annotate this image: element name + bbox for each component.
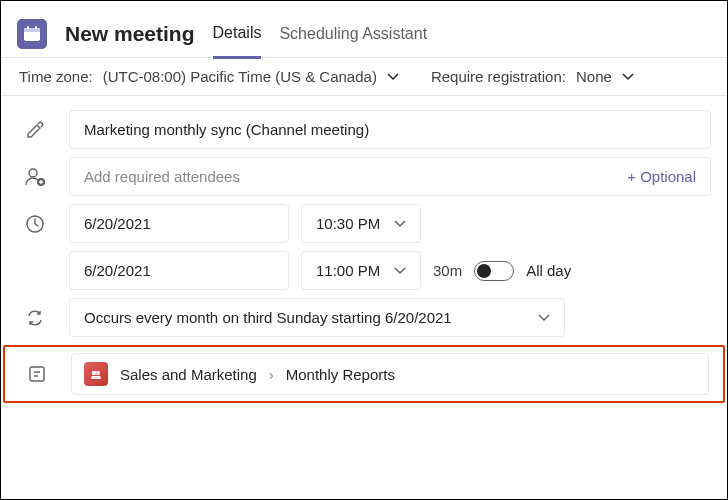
duration-label: 30m — [433, 262, 462, 279]
require-registration-value: None — [576, 68, 612, 85]
recurrence-value: Occurs every month on third Sunday start… — [84, 309, 452, 326]
svg-rect-2 — [27, 26, 29, 29]
channel-selector[interactable]: Sales and Marketing › Monthly Reports — [71, 353, 709, 395]
all-day-label: All day — [526, 262, 571, 279]
require-registration-label: Require registration: — [431, 68, 566, 85]
start-date-input[interactable]: 6/20/2021 — [69, 204, 289, 243]
svg-rect-10 — [91, 376, 101, 379]
add-person-icon — [17, 166, 53, 188]
channel-name: Monthly Reports — [286, 366, 395, 383]
svg-point-8 — [92, 371, 96, 375]
recurrence-icon — [17, 308, 53, 328]
meeting-title-input[interactable]: Marketing monthly sync (Channel meeting) — [69, 110, 711, 149]
end-date-input[interactable]: 6/20/2021 — [69, 251, 289, 290]
clock-icon — [17, 214, 53, 234]
team-avatar-icon — [84, 362, 108, 386]
attendees-placeholder: Add required attendees — [84, 168, 240, 185]
add-optional-link[interactable]: + Optional — [627, 168, 696, 185]
svg-rect-7 — [30, 367, 44, 381]
meeting-title-value: Marketing monthly sync (Channel meeting) — [84, 121, 369, 138]
chevron-down-icon — [387, 71, 399, 83]
svg-point-9 — [96, 371, 100, 375]
svg-point-4 — [29, 169, 37, 177]
team-name: Sales and Marketing — [120, 366, 257, 383]
end-time-value: 11:00 PM — [316, 262, 380, 279]
start-time-dropdown[interactable]: 10:30 PM — [301, 204, 421, 243]
recurrence-dropdown[interactable]: Occurs every month on third Sunday start… — [69, 298, 565, 337]
channel-icon — [19, 364, 55, 384]
required-attendees-input[interactable]: Add required attendees + Optional — [69, 157, 711, 196]
chevron-down-icon — [538, 312, 550, 324]
start-date-value: 6/20/2021 — [84, 215, 151, 232]
start-time-value: 10:30 PM — [316, 215, 380, 232]
chevron-down-icon — [394, 218, 406, 230]
timezone-value: (UTC-08:00) Pacific Time (US & Canada) — [103, 68, 377, 85]
timezone-dropdown[interactable]: Time zone: (UTC-08:00) Pacific Time (US … — [19, 68, 399, 85]
chevron-down-icon — [394, 265, 406, 277]
svg-rect-3 — [35, 26, 37, 29]
channel-section-highlight: Sales and Marketing › Monthly Reports — [3, 345, 725, 403]
require-registration-dropdown[interactable]: Require registration: None — [431, 68, 634, 85]
pencil-icon — [17, 120, 53, 140]
tab-details[interactable]: Details — [213, 10, 262, 59]
tab-scheduling-assistant[interactable]: Scheduling Assistant — [279, 11, 427, 57]
end-date-value: 6/20/2021 — [84, 262, 151, 279]
svg-rect-1 — [24, 28, 40, 32]
calendar-app-icon — [17, 19, 47, 49]
page-title: New meeting — [65, 22, 195, 46]
end-time-dropdown[interactable]: 11:00 PM — [301, 251, 421, 290]
chevron-down-icon — [622, 71, 634, 83]
timezone-label: Time zone: — [19, 68, 93, 85]
breadcrumb-separator: › — [269, 366, 274, 383]
all-day-toggle[interactable] — [474, 261, 514, 281]
